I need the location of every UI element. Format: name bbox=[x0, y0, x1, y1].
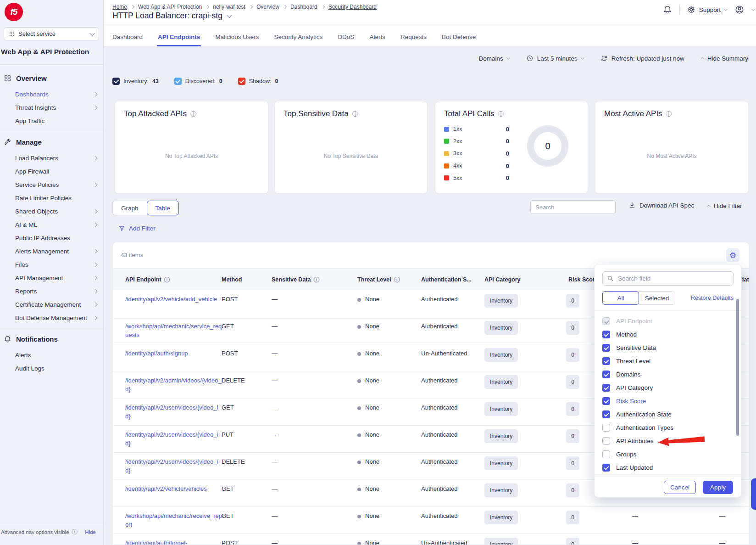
f5-logo[interactable]: f5 bbox=[5, 3, 23, 21]
sidebar-item-rate-limiter-policies[interactable]: Rate Limiter Policies bbox=[0, 191, 103, 205]
sidebar-item-reports[interactable]: Reports bbox=[0, 285, 103, 298]
info-icon[interactable]: ⓘ bbox=[352, 111, 358, 117]
apply-button[interactable]: Apply bbox=[703, 481, 733, 494]
sidebar-item-threat-insights[interactable]: Threat Insights bbox=[0, 101, 103, 114]
sidebar-item-certificate-management[interactable]: Certificate Management bbox=[0, 298, 103, 311]
info-icon[interactable]: ⓘ bbox=[394, 277, 400, 283]
checkbox-discovered[interactable] bbox=[174, 78, 182, 85]
field-option-threat-level[interactable]: Threat Level bbox=[595, 354, 741, 368]
sidebar-item-load-balancers[interactable]: Load Balancers bbox=[0, 152, 103, 165]
checkbox-domains[interactable] bbox=[602, 371, 610, 378]
chevron-down-icon[interactable] bbox=[227, 12, 232, 17]
field-option-authentication-state[interactable]: Authentication State bbox=[595, 408, 741, 421]
sidebar-item-public-ip-addresses[interactable]: Public IP Addresses bbox=[0, 231, 103, 245]
select-service-dropdown[interactable]: Select service bbox=[4, 27, 99, 40]
filter-all-button[interactable]: All bbox=[602, 291, 639, 305]
endpoint-link[interactable]: /identity/api/v2/vehicle/vehicles bbox=[125, 484, 223, 493]
tab-security-analytics[interactable]: Security Analytics bbox=[274, 28, 323, 46]
graph-view-button[interactable]: Graph bbox=[112, 201, 147, 215]
info-icon[interactable]: ⓘ bbox=[666, 111, 672, 117]
endpoint-link[interactable]: /identity/api/auth/forget- bbox=[125, 539, 223, 545]
sidebar-item-api-management[interactable]: API Management bbox=[0, 271, 103, 285]
hide-filter-button[interactable]: Hide Filter bbox=[707, 202, 742, 209]
endpoint-link[interactable]: /identity/api/v2/user/videos/{video_id} bbox=[125, 457, 223, 475]
column-header-sensitive-data[interactable]: Sensitive Dataⓘ bbox=[272, 269, 319, 291]
field-option-sensitive-data[interactable]: Sensitive Data bbox=[595, 341, 741, 354]
info-icon[interactable]: ⓘ bbox=[190, 111, 196, 117]
checkbox-groups[interactable] bbox=[602, 450, 610, 458]
breadcrumb-item-security-dashboard[interactable]: Security Dashboard bbox=[328, 4, 377, 10]
column-header-api-endpoint[interactable]: API Endpointⓘ bbox=[125, 269, 170, 291]
field-option-domains[interactable]: Domains bbox=[595, 368, 741, 381]
gear-icon[interactable]: ⚙ bbox=[726, 248, 739, 262]
field-option-api-attributes[interactable]: API Attributes bbox=[595, 434, 741, 448]
column-header-api-category[interactable]: API Category bbox=[484, 269, 521, 291]
tab-dashboard[interactable]: Dashboard bbox=[112, 28, 143, 46]
checkbox-sensitive-data[interactable] bbox=[602, 344, 610, 352]
breadcrumb-item-overview[interactable]: Overview bbox=[256, 4, 279, 10]
tab-api-endpoints[interactable]: API Endpoints bbox=[158, 28, 200, 46]
sidebar-item-files[interactable]: Files bbox=[0, 258, 103, 271]
sidebar-item-alerts-management[interactable]: Alerts Management bbox=[0, 245, 103, 258]
add-filter-button[interactable]: Add Filter bbox=[118, 225, 156, 232]
hide-summary-button[interactable]: Hide Summary bbox=[701, 55, 748, 62]
info-icon[interactable]: ⓘ bbox=[313, 277, 319, 283]
time-range-dropdown[interactable]: Last 5 minutes bbox=[526, 55, 584, 62]
refresh-button[interactable]: Refresh: Updated just now bbox=[600, 55, 684, 62]
endpoint-link[interactable]: /identity/api/auth/signup bbox=[125, 349, 223, 358]
sidebar-item-audit-logs[interactable]: Audit Logs bbox=[0, 362, 103, 375]
field-option-api-endpoint[interactable]: API Endpoint bbox=[595, 315, 741, 328]
sidebar-item-app-firewall[interactable]: App Firewall bbox=[0, 165, 103, 178]
endpoint-link[interactable]: /identity/api/v2/user/videos/{video_id} bbox=[125, 430, 223, 448]
checkbox-authentication-state[interactable] bbox=[602, 410, 610, 418]
endpoint-link[interactable]: /identity/api/v2/admin/videos/{video_id} bbox=[125, 376, 223, 393]
download-api-spec-button[interactable]: Download API Spec bbox=[628, 202, 694, 209]
domains-dropdown[interactable]: Domains bbox=[479, 55, 510, 62]
checkbox-api-attributes[interactable] bbox=[602, 437, 610, 445]
search-input[interactable] bbox=[531, 201, 615, 214]
tab-alerts[interactable]: Alerts bbox=[369, 28, 385, 46]
table-view-button[interactable]: Table bbox=[147, 201, 179, 215]
checkbox-api-category[interactable] bbox=[602, 384, 610, 392]
info-icon[interactable]: ⓘ bbox=[164, 277, 170, 283]
endpoint-link[interactable]: /identity/api/v2/vehicle/add_vehicle bbox=[125, 295, 223, 303]
hide-nav-link[interactable]: Hide bbox=[85, 529, 96, 535]
edge-widget-button[interactable] bbox=[751, 478, 756, 510]
cancel-button[interactable]: Cancel bbox=[664, 481, 696, 494]
account-icon[interactable] bbox=[734, 5, 745, 15]
sidebar-item-ai-ml[interactable]: AI & ML bbox=[0, 218, 103, 231]
checkbox-authentication-types[interactable] bbox=[602, 424, 610, 432]
tab-ddos[interactable]: DDoS bbox=[338, 28, 354, 46]
breadcrumb-item-web-app-api-protection[interactable]: Web App & API Protection bbox=[138, 4, 202, 10]
info-icon[interactable]: ⓘ bbox=[72, 529, 78, 535]
column-header-authentication-s[interactable]: Authentication S... bbox=[421, 269, 472, 291]
checkbox-method[interactable] bbox=[602, 331, 610, 338]
breadcrumb-item-nelly-waf-test[interactable]: nelly-waf-test bbox=[213, 4, 245, 10]
breadcrumb-item-dashboard[interactable]: Dashboard bbox=[290, 4, 317, 10]
endpoint-link[interactable]: /identity/api/v2/user/videos/{video_id} bbox=[125, 403, 223, 421]
endpoint-link[interactable]: /workshop/api/mechanic/service_requests bbox=[125, 322, 223, 339]
checkbox-inventory[interactable] bbox=[112, 78, 120, 85]
field-search-input[interactable] bbox=[617, 275, 729, 282]
field-option-groups[interactable]: Groups bbox=[595, 448, 741, 461]
endpoint-link[interactable]: /workshop/api/mechanic/receive_report bbox=[125, 511, 223, 529]
info-icon[interactable]: ⓘ bbox=[498, 111, 504, 117]
column-header-method[interactable]: Method bbox=[222, 269, 242, 291]
checkbox-shadow[interactable] bbox=[238, 78, 245, 85]
tab-bot-defense[interactable]: Bot Defense bbox=[442, 28, 476, 46]
filter-selected-button[interactable]: Selected bbox=[639, 291, 675, 305]
sidebar-item-shared-objects[interactable]: Shared Objects bbox=[0, 205, 103, 218]
field-option-api-category[interactable]: API Category bbox=[595, 381, 741, 394]
sidebar-item-dashboards[interactable]: Dashboards bbox=[0, 88, 103, 101]
sidebar-item-alerts[interactable]: Alerts bbox=[0, 348, 103, 362]
tab-requests[interactable]: Requests bbox=[400, 28, 427, 46]
checkbox-last-updated[interactable] bbox=[602, 464, 610, 472]
tab-malicious-users[interactable]: Malicious Users bbox=[215, 28, 259, 46]
checkbox-threat-level[interactable] bbox=[602, 357, 610, 365]
support-menu[interactable]: Support bbox=[687, 6, 727, 14]
scrollbar[interactable] bbox=[736, 299, 739, 436]
restore-defaults-link[interactable]: Restore Defaults bbox=[691, 295, 734, 301]
bell-icon[interactable] bbox=[663, 5, 672, 14]
column-header-risk-score[interactable]: Risk Score bbox=[568, 269, 598, 291]
column-header-threat-level[interactable]: Threat Levelⓘ bbox=[357, 269, 400, 291]
